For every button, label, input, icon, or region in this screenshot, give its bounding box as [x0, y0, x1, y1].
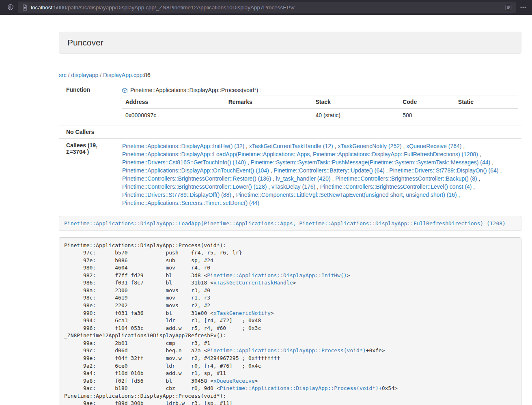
page-title[interactable]: Puncover: [67, 38, 103, 47]
disassembly: Pinetime::Applications::DisplayApp::Proc…: [59, 237, 521, 405]
column-header-static: Static: [455, 95, 518, 109]
function-row: Function Pinetime::Applications::Display…: [59, 83, 521, 125]
callee-link[interactable]: Pinetime::System::SystemTask::PushMessag…: [251, 159, 491, 166]
asm-symbol-link[interactable]: xQueueReceive: [213, 378, 255, 384]
no-callers-row: No Callers: [59, 125, 521, 139]
callee-link[interactable]: Pinetime::Applications::Screens::Timer::…: [122, 200, 259, 206]
asm-line: 982: f7ff fd29 bl 3d8 <Pinetime::Applica…: [64, 272, 516, 280]
asm-symbol-link[interactable]: Pinetime::Applications::DisplayApp::Proc…: [207, 347, 366, 353]
url-text: localhost:5000/path/src/displayapp/Displ…: [31, 4, 505, 11]
callee-link[interactable]: Pinetime::Controllers::Battery::Update()…: [274, 167, 385, 174]
callee-link[interactable]: Pinetime::Controllers::BrightnessControl…: [320, 183, 472, 190]
function-icon: [122, 88, 127, 93]
callee-separator: ,: [478, 151, 481, 157]
callee-link[interactable]: Pinetime::Controllers::BrightnessControl…: [335, 175, 477, 182]
callee-link[interactable]: lv_task_handler (420): [276, 175, 331, 182]
asm-line: 9ae: f89d 300b ldrb.w r3, [sp, #11]: [64, 400, 516, 405]
asm-text: >: [347, 272, 350, 278]
callee-separator: ,: [499, 167, 502, 174]
symbol-name: Pinetime::Applications::DisplayApp::Proc…: [130, 86, 258, 94]
asm-text: 990: f031 fa36 bl 31e00 <: [64, 310, 213, 316]
callee-link[interactable]: xTaskGenericNotify (252): [338, 143, 401, 149]
function-stats-table: Address Remarks Stack Code Static 0x0000…: [122, 95, 518, 122]
divider: [59, 62, 521, 62]
asm-text: 97e: b086 sub sp, #24: [64, 257, 213, 263]
callee-link[interactable]: Pinetime::Controllers::BrightnessControl…: [122, 183, 267, 190]
asm-line: 9ac: b180 cbz r0, 9d0 <Pinetime::Applica…: [64, 385, 516, 392]
no-callers-label: No Callers: [59, 125, 119, 139]
callee-separator: ,: [246, 159, 251, 166]
asm-text: 9a8: f02f fd56 bl 30458 <: [64, 378, 213, 384]
callee-link[interactable]: Pinetime::Applications::DisplayApp::Load…: [122, 151, 478, 157]
no-callers-value: [119, 125, 521, 139]
callees-list: Pinetime::Applications::DisplayApp::Init…: [119, 139, 521, 211]
remarks-value: [225, 109, 312, 122]
breadcrumb-link[interactable]: src: [59, 72, 67, 78]
browser-menu-icon[interactable]: [520, 4, 526, 10]
callee-separator: ,: [461, 143, 465, 149]
function-row-label: Function: [59, 83, 119, 125]
asm-line: 99e: f04f 32ff mov.w r2, #4294967295 ; 0…: [64, 355, 516, 362]
asm-text: _ZN8Pinetime12Applications10DisplayApp7R…: [64, 332, 226, 338]
column-header-code: Code: [399, 95, 455, 109]
asm-text: >: [293, 280, 296, 286]
callee-separator: ,: [385, 167, 390, 174]
address-value: 0x0000097c: [122, 109, 225, 122]
asm-text: 9ac: b180 cbz r0, 9d0 <: [64, 385, 220, 391]
asm-line: 98c: 4619 mov r1, r3: [64, 294, 516, 302]
asm-line: 99c: d06d beq.n a7a <Pinetime::Applicati…: [64, 347, 516, 355]
breadcrumb-line-number: :86: [142, 72, 150, 78]
asm-text: 97c: b570 push {r4, r5, r6, lr}: [64, 250, 242, 256]
callees-label: Callees (19, Σ=3704 ): [59, 139, 119, 211]
snippet-heading-link[interactable]: Pinetime::Applications::DisplayApp::Load…: [64, 220, 516, 226]
asm-symbol-link[interactable]: Pinetime::Applications::DisplayApp::Proc…: [220, 385, 379, 391]
asm-line: 9a2: 6ce0 ldr r0, [r4, #76] ; 0x4c: [64, 362, 516, 370]
callee-link[interactable]: Pinetime::Drivers::Cst816S::GetTouchInfo…: [122, 159, 246, 166]
callee-separator: ,: [402, 143, 407, 149]
asm-symbol-link[interactable]: xTaskGenericNotify: [213, 310, 271, 316]
asm-line: 986: f031 f8c7 bl 31b18 <xTaskGetCurrent…: [64, 279, 516, 287]
asm-line: 98e: 2202 movs r2, #2: [64, 302, 516, 310]
stats-header-row: Address Remarks Stack Code Static: [122, 95, 518, 109]
asm-text: 98e: 2202 movs r2, #2: [64, 302, 210, 308]
asm-symbol-link[interactable]: Pinetime::Applications::DisplayApp::Init…: [207, 272, 347, 278]
callee-link[interactable]: Pinetime::Components::LittleVgl::SetNewT…: [236, 192, 457, 198]
callee-link[interactable]: xQueueReceive (764): [406, 143, 461, 149]
callee-link[interactable]: Pinetime::Drivers::St7789::DisplayOff() …: [122, 192, 231, 198]
asm-symbol-link[interactable]: xTaskGetCurrentTaskHandle: [213, 280, 293, 286]
asm-text: 9a2: 6ce0 ldr r0, [r4, #76] ; 0x4c: [64, 363, 261, 369]
callee-separator: ,: [271, 175, 276, 182]
url-path: :5000/path/src/displayapp/DisplayApp.cpp…: [52, 4, 295, 11]
asm-line: 990: f031 fa36 bl 31e00 <xTaskGenericNot…: [64, 310, 516, 317]
asm-line: _ZN8Pinetime12Applications10DisplayApp7R…: [64, 332, 516, 340]
asm-text: 99c: d06d beq.n a7a <: [64, 347, 207, 353]
callee-separator: ,: [244, 143, 249, 149]
callee-link[interactable]: Pinetime::Drivers::St7789::DisplayOn() (…: [389, 167, 498, 174]
snippet-heading: Pinetime::Applications::DisplayApp::Load…: [59, 216, 521, 231]
asm-text: 9ae: f89d 300b ldrb.w r3, [sp, #11]: [64, 400, 233, 405]
function-symbol-line: Pinetime::Applications::DisplayApp::Proc…: [122, 86, 518, 94]
page-info-icon[interactable]: [22, 4, 28, 11]
asm-line: 9a8: f02f fd56 bl 30458 <xQueueReceive>: [64, 377, 516, 385]
asm-line: 980: 4604 mov r4, r0: [64, 264, 516, 272]
callee-separator: ,: [490, 159, 493, 166]
callee-link[interactable]: Pinetime::Controllers::BrightnessControl…: [122, 175, 271, 182]
callee-separator: ,: [267, 183, 271, 190]
url-host: localhost: [31, 4, 52, 11]
callee-link[interactable]: Pinetime::Applications::DisplayApp::OnTo…: [122, 167, 269, 174]
asm-text: 98a: 2300 movs r3, #0: [64, 287, 210, 293]
breadcrumb-separator: /: [67, 72, 71, 78]
tracking-protection-shield-icon[interactable]: [7, 4, 14, 11]
url-bar[interactable]: localhost:5000/path/src/displayapp/Displ…: [18, 2, 516, 13]
breadcrumb-link[interactable]: displayapp: [71, 72, 98, 78]
callee-link[interactable]: vTaskDelay (176): [271, 183, 315, 190]
callee-link[interactable]: Pinetime::Applications::DisplayApp::Init…: [122, 143, 244, 149]
breadcrumb-link[interactable]: DisplayApp.cpp: [103, 72, 142, 78]
callee-separator: ,: [472, 183, 475, 190]
static-value: [455, 109, 518, 122]
asm-line: 98a: 2300 movs r3, #0: [64, 287, 516, 295]
callees-row: Callees (19, Σ=3704 ) Pinetime::Applicat…: [59, 139, 521, 211]
callee-link[interactable]: xTaskGetCurrentTaskHandle (12): [249, 143, 333, 149]
reader-mode-icon[interactable]: [505, 4, 512, 11]
asm-text: 99a: 2b01 cmp r3, #1: [64, 340, 210, 346]
